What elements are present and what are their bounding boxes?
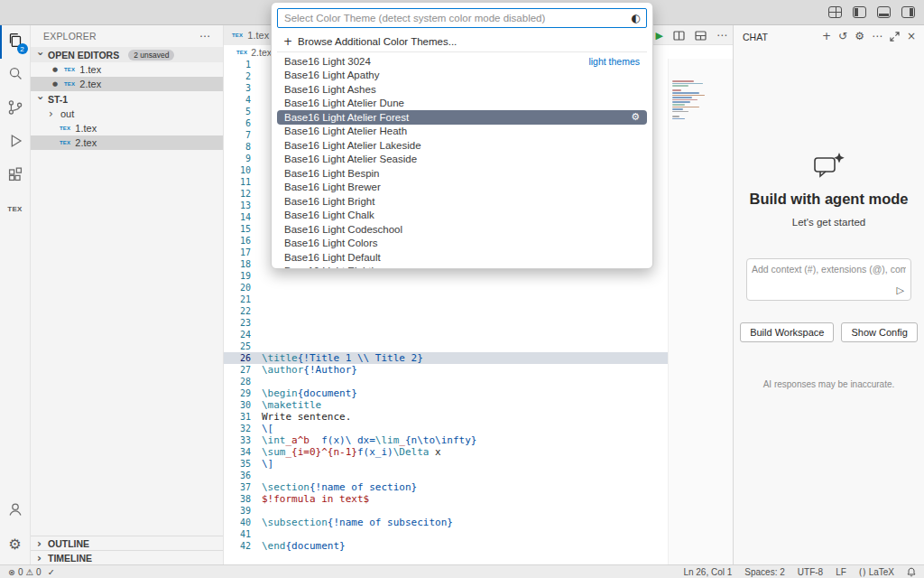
code-line[interactable]: \sum_{i=0}^{n-1}f(x_i)\Delta x: [262, 446, 668, 458]
activity-source-control[interactable]: [0, 92, 31, 126]
code-token: [310, 434, 321, 446]
encoding[interactable]: UTF-8: [798, 567, 823, 577]
code-line[interactable]: \title{!Title 1 \\ Title 2}: [262, 352, 668, 364]
chat-more-icon[interactable]: ⋯: [872, 30, 882, 42]
code-line[interactable]: [262, 317, 668, 329]
open-editor-item[interactable]: ●TEX2.tex: [31, 77, 223, 91]
chat-tab[interactable]: CHAT: [742, 27, 769, 45]
chat-history-icon[interactable]: ↺: [838, 30, 847, 42]
unsaved-badge: 2 unsaved: [128, 50, 174, 61]
send-icon[interactable]: ▷: [897, 284, 904, 296]
code-line[interactable]: [262, 340, 668, 352]
code-line[interactable]: [262, 282, 668, 294]
quick-pick-item[interactable]: Base16 Light 3024light themes: [277, 54, 647, 69]
activity-settings[interactable]: ⚙: [0, 527, 31, 561]
indentation[interactable]: Spaces: 2: [744, 567, 784, 577]
code-line[interactable]: [262, 294, 668, 305]
quick-pick-item[interactable]: Base16 Light Eighties: [277, 265, 647, 270]
chat-settings-icon[interactable]: ⚙: [855, 30, 864, 42]
quick-pick-input[interactable]: [277, 8, 647, 28]
code-line[interactable]: [262, 470, 668, 481]
quick-pick-item[interactable]: Base16 Light Codeschool: [277, 222, 647, 237]
file-item[interactable]: TEX2.tex: [31, 135, 223, 150]
activity-account[interactable]: [0, 494, 31, 527]
quick-pick-item[interactable]: Base16 Light Atelier Lakeside: [277, 138, 647, 153]
quick-pick-item[interactable]: Base16 Light Atelier Dune: [277, 97, 647, 111]
code-line[interactable]: [262, 329, 668, 340]
browse-additional-themes[interactable]: + Browse Additional Color Themes...: [277, 33, 647, 50]
chat-input-box[interactable]: ▷: [746, 258, 911, 301]
sidebar-bottom-sections: › OUTLINE › TIMELINE: [31, 536, 223, 564]
quick-pick-item-label: Base16 Light Atelier Seaside: [284, 154, 417, 164]
code-line[interactable]: $!formula in text$: [262, 493, 668, 505]
code-line[interactable]: [262, 376, 668, 387]
code-line[interactable]: \end{document}: [262, 540, 668, 552]
code-token: \int: [262, 434, 286, 446]
code-line[interactable]: [262, 505, 668, 517]
code-line[interactable]: \[: [262, 423, 668, 434]
show-config-button[interactable]: Show Config: [841, 322, 917, 342]
code-line[interactable]: [262, 305, 668, 317]
explorer-more-icon[interactable]: ⋯: [199, 30, 210, 42]
activity-run-debug[interactable]: [0, 126, 31, 159]
minimap[interactable]: [668, 59, 733, 564]
line-number: 31: [224, 411, 262, 423]
line-number: 3: [224, 82, 262, 94]
quick-pick-item[interactable]: Base16 Light Atelier Heath: [277, 125, 647, 139]
new-chat-icon[interactable]: +: [822, 30, 831, 42]
open-editor-item[interactable]: ●TEX1.tex: [31, 62, 223, 77]
open-editors-header[interactable]: › OPEN EDITORS 2 unsaved: [31, 47, 223, 62]
code-line[interactable]: [262, 270, 668, 282]
quick-pick-item[interactable]: Base16 Light Default: [277, 250, 647, 265]
quick-pick-item[interactable]: Base16 Light Bright: [277, 194, 647, 209]
workspace-folder-header[interactable]: › ST-1: [31, 91, 223, 107]
split-editor-icon[interactable]: [673, 31, 685, 41]
quick-pick-item[interactable]: Base16 Light Colors: [277, 237, 647, 251]
code-line[interactable]: \maketitle: [262, 399, 668, 411]
quick-pick-item-label: Base16 Light Apathy: [284, 70, 380, 80]
cursor-position[interactable]: Ln 26, Col 1: [683, 567, 732, 577]
quick-pick-item[interactable]: Base16 Light Atelier Forest⚙: [277, 110, 647, 125]
code-line[interactable]: \]: [262, 458, 668, 470]
minimap-line: [672, 108, 683, 110]
toggle-panel-icon[interactable]: [877, 6, 891, 18]
chat-close-icon[interactable]: ×: [907, 30, 916, 42]
activity-extensions[interactable]: [0, 159, 31, 192]
quick-pick-item[interactable]: Base16 Light Brewer: [277, 181, 647, 195]
timeline-section[interactable]: › TIMELINE: [31, 550, 223, 564]
build-run-icon[interactable]: ▶: [656, 30, 663, 42]
quick-pick-item[interactable]: Base16 Light Atelier Seaside: [277, 153, 647, 167]
customize-layout-icon[interactable]: [828, 6, 842, 18]
quick-pick-item[interactable]: Base16 Light Bespin: [277, 166, 647, 181]
minimap-line: [672, 97, 692, 98]
more-actions-icon[interactable]: ⋯: [716, 29, 727, 42]
code-line[interactable]: Write sentence.: [262, 411, 668, 423]
quick-pick-item[interactable]: Base16 Light Ashes: [277, 82, 647, 97]
chat-maximize-icon[interactable]: [890, 32, 900, 42]
color-mode-toggle-icon[interactable]: ◐: [632, 12, 641, 24]
toggle-sidebar-left-icon[interactable]: [853, 6, 866, 18]
activity-search[interactable]: [0, 59, 31, 92]
latex-build-status[interactable]: ✓: [48, 567, 55, 577]
quick-pick-item[interactable]: Base16 Light Chalk: [277, 209, 647, 223]
chat-input[interactable]: [752, 264, 906, 275]
toggle-sidebar-right-icon[interactable]: [901, 6, 915, 18]
editor-layout-icon[interactable]: [695, 31, 707, 41]
code-line[interactable]: \int_a^b f(x)\ dx=\lim_{n\to\infty}: [262, 434, 668, 446]
code-line[interactable]: \section{!name of section}: [262, 481, 668, 493]
activity-latex-workshop[interactable]: TEX: [0, 192, 31, 226]
problems-indicator[interactable]: ⊗ 0 ⚠ 0: [8, 567, 42, 577]
build-workspace-button[interactable]: Build Workspace: [740, 322, 834, 342]
code-line[interactable]: \begin{document}: [262, 387, 668, 399]
code-line[interactable]: \subsection{!name of subseciton}: [262, 517, 668, 528]
activity-explorer[interactable]: 2: [0, 25, 31, 59]
quick-pick-item[interactable]: Base16 Light Apathy: [277, 69, 647, 83]
file-item[interactable]: TEX1.tex: [31, 121, 223, 135]
outline-section[interactable]: › OUTLINE: [31, 536, 223, 550]
eol-sequence[interactable]: LF: [836, 567, 846, 577]
code-line[interactable]: [262, 528, 668, 540]
code-line[interactable]: \author{!Author}: [262, 364, 668, 376]
language-mode[interactable]: () LaTeX: [859, 567, 894, 577]
folder-item[interactable]: ›out: [31, 107, 223, 121]
notifications-bell[interactable]: [907, 567, 916, 577]
